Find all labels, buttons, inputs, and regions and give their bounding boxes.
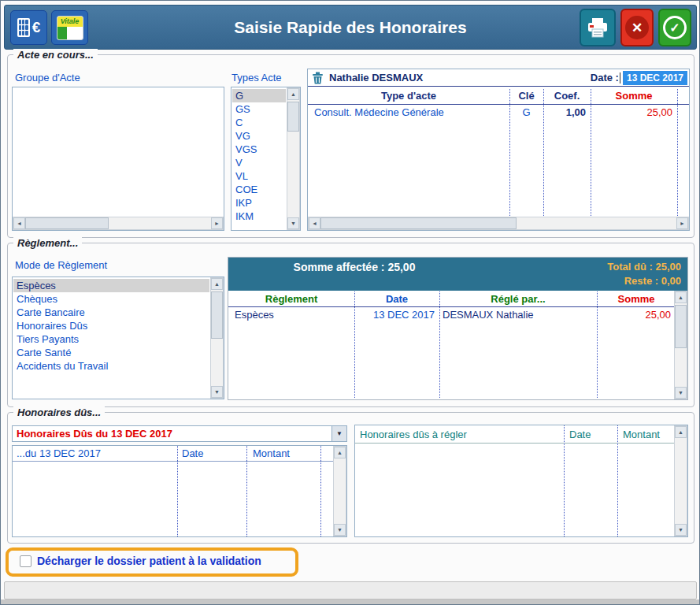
text-caret [620,72,620,84]
print-button[interactable] [580,9,616,46]
scrollbar-track[interactable] [675,438,687,524]
hon-right-vertical-scrollbar[interactable]: ▲ ▼ [674,425,687,536]
type-acte-option[interactable]: VL [232,169,286,183]
scroll-down-button[interactable]: ▼ [675,524,687,536]
acte-col-coef: Coef. [543,90,591,102]
scrollbar-thumb[interactable] [25,217,109,229]
hon-right-col-label: Honoraires dûs à régler [360,429,467,441]
scroll-down-button[interactable]: ▼ [675,387,687,399]
scrollbar-thumb[interactable] [287,102,299,132]
type-acte-option[interactable]: IKM [232,210,286,223]
column-separator [677,89,678,216]
scroll-right-button[interactable]: ► [676,217,688,229]
column-separator [564,425,565,536]
reg-cell-somme: 25,00 [597,309,671,321]
hon-left-vertical-scrollbar[interactable]: ▲ ▼ [333,446,346,536]
scrollbar-track[interactable] [25,217,211,229]
groupe-horizontal-scrollbar[interactable]: ◄ ► [13,217,224,230]
dropdown-button[interactable]: ▼ [331,426,346,441]
scrollbar-track[interactable] [320,217,676,229]
reg-col-somme: Somme [597,293,676,305]
mode-option[interactable]: Carte Santé [13,346,209,359]
scrollbar-thumb[interactable] [320,217,517,229]
scroll-up-icon: ▲ [291,91,296,97]
column-separator [177,446,178,536]
scroll-left-icon: ◄ [17,221,22,226]
date-label: Date : [591,72,619,84]
scrollbar-thumb[interactable] [211,291,223,339]
trash-icon[interactable] [312,72,324,84]
mode-option[interactable]: Carte Bancaire [13,306,209,319]
type-acte-option[interactable]: VG [232,129,286,143]
type-acte-option[interactable]: COE [232,183,286,196]
scroll-down-button[interactable]: ▼ [211,386,223,398]
type-acte-option[interactable]: C [232,116,286,129]
scroll-down-button[interactable]: ▼ [287,217,299,229]
hon-left-col-date: Date [182,447,203,460]
scroll-up-button[interactable]: ▲ [287,88,299,100]
validate-button[interactable]: ✓ [658,9,691,46]
scroll-up-button[interactable]: ▲ [211,278,223,290]
scroll-up-icon: ▲ [337,450,343,455]
mode-reglement-listbox[interactable]: Espèces Chèques Carte Bancaire Honoraire… [12,277,224,399]
header-underline [13,461,333,462]
types-vertical-scrollbar[interactable]: ▲ ▼ [287,87,300,230]
scroll-down-icon: ▼ [678,390,683,395]
scroll-up-icon: ▲ [678,295,683,300]
mode-vertical-scrollbar[interactable]: ▲ ▼ [210,277,224,399]
column-separator [591,89,591,216]
type-acte-option[interactable]: IKP [232,196,286,210]
totals-group: Total dû : 25,00 Reste : 0,00 [607,260,681,288]
titlebar-right-buttons: ✕ ✓ [580,9,691,46]
scroll-right-button[interactable]: ► [211,217,223,229]
scrollbar-thumb[interactable] [675,305,687,348]
reg-cell-reglement: Espèces [235,309,351,321]
acte-horizontal-scrollbar[interactable]: ◄ ► [308,217,689,230]
reg-col-regle-par: Réglé par... [439,293,597,305]
scroll-up-icon: ▲ [214,281,220,287]
decharger-dossier-label: Décharger le dossier patient à la valida… [37,555,261,567]
column-separator [543,89,544,216]
type-acte-option[interactable]: GS [232,102,286,116]
mode-option[interactable]: Chèques [13,292,209,306]
scrollbar-track[interactable] [675,303,687,387]
date-input[interactable]: 13 DEC 2017 [623,71,687,85]
scrollbar-track[interactable] [334,458,346,524]
mode-option[interactable]: Honoraires Dûs [13,319,209,332]
honoraires-dus-table[interactable]: ...du 13 DEC 2017 Date Montant ▲ ▼ [12,445,347,537]
column-separator [246,446,247,536]
type-acte-option[interactable]: V [232,156,286,169]
cancel-button[interactable]: ✕ [620,9,654,46]
euro-icon: € [32,19,41,36]
scroll-up-button[interactable]: ▲ [675,291,687,303]
scroll-right-icon: ► [680,221,685,226]
groupe-acte-listbox[interactable]: ◄ ► [12,87,224,231]
mode-option[interactable]: Accidents du Travail [13,359,209,373]
carte-vitale-button[interactable]: Vitale [51,10,88,45]
scroll-up-button[interactable]: ▲ [334,447,346,458]
column-separator [617,425,618,536]
scroll-down-button[interactable]: ▼ [334,524,346,536]
reg-col-date: Date [354,293,439,305]
scroll-left-button[interactable]: ◄ [13,217,25,229]
honoraires-dus-dropdown[interactable]: Honoraires Dûs du 13 DEC 2017 ▼ [12,425,347,442]
types-acte-items: G GS C VG VGS V VL COE IKP IKM [232,89,286,228]
acte-table-panel: Nathalie DESMAUX Date : 13 DEC 2017 Type… [307,69,690,231]
honoraires-section-legend: Honoraires dûs... [13,406,105,418]
scrollbar-track[interactable] [211,290,223,386]
scrollbar-track[interactable] [287,100,299,217]
scroll-up-button[interactable]: ▲ [675,426,687,438]
header-underline [355,443,674,444]
mode-option[interactable]: Tiers Payants [13,332,209,346]
honoraires-a-regler-table[interactable]: Honoraires dûs à régler Date Montant ▲ ▼ [354,425,688,537]
acte-cell-somme: 25,00 [591,106,672,118]
mode-option[interactable]: Espèces [13,279,209,292]
validate-check-icon: ✓ [663,16,687,39]
scroll-left-button[interactable]: ◄ [309,217,320,229]
types-acte-listbox[interactable]: G GS C VG VGS V VL COE IKP IKM ▲ ▼ [231,87,301,231]
calculator-euro-button[interactable]: € [10,10,47,45]
type-acte-option[interactable]: G [232,89,286,102]
type-acte-option[interactable]: VGS [232,143,286,156]
reglement-vertical-scrollbar[interactable]: ▲ ▼ [674,291,687,399]
decharger-dossier-checkbox[interactable] [20,555,31,567]
